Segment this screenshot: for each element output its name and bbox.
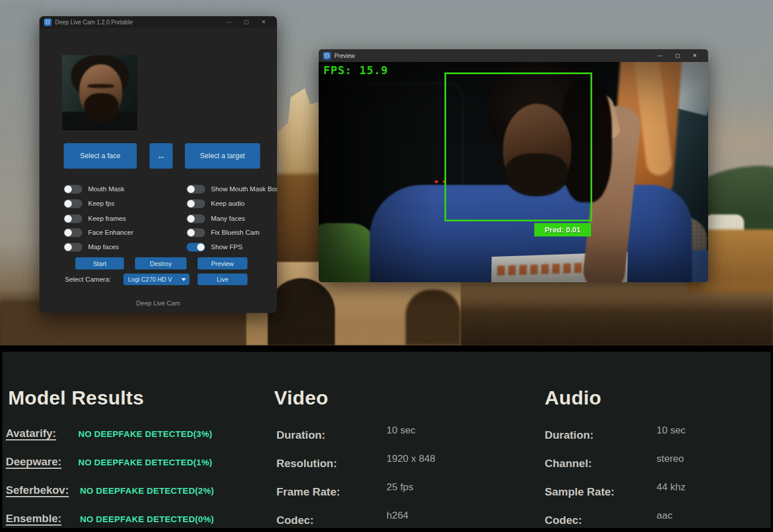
screen: Deep Live Cam 1.2.0 Portable — ▢ ✕ Selec…	[0, 0, 773, 532]
maximize-icon[interactable]: ▢	[238, 16, 255, 28]
model-row-label[interactable]: Seferbekov:	[6, 484, 69, 497]
mouth-mask-label: Mouth Mask	[88, 185, 125, 192]
preview-minimize-icon[interactable]: —	[651, 49, 669, 62]
show-mouth-mask-box-label: Show Mouth Mask Box	[211, 185, 277, 192]
model-results-heading: Model Results	[8, 387, 144, 409]
start-button[interactable]: Start	[75, 257, 124, 269]
model-row-label[interactable]: Ensemble:	[6, 512, 61, 525]
audio-heading: Audio	[545, 387, 601, 409]
face-enhancer-label: Face Enhancer	[88, 229, 133, 236]
model-row-value: NO DEEPFAKE DETECTED(2%)	[80, 486, 214, 495]
preview-close-icon[interactable]: ✕	[686, 49, 703, 62]
video-row-label: Resolution:	[276, 457, 337, 470]
face-enhancer-toggle[interactable]	[64, 228, 82, 237]
audio-row-value: aac	[657, 510, 672, 522]
keep-audio-label: Keep audio	[211, 200, 245, 207]
preview-window: Preview — ▢ ✕	[319, 49, 708, 282]
audio-row-value: 10 sec	[657, 425, 686, 436]
camera-select-value: Logi C270 HD V	[128, 276, 172, 283]
fps-counter: FPS: 15.9	[323, 64, 388, 76]
video-row-value: 25 fps	[386, 482, 413, 493]
model-row-value: NO DEEPFAKE DETECTED(3%)	[78, 429, 212, 439]
preview-app-icon	[323, 52, 331, 60]
mouth-mask-toggle[interactable]	[64, 185, 82, 194]
face-image-brow	[87, 84, 114, 88]
preview-window-title: Preview	[334, 53, 355, 59]
app-icon	[44, 19, 52, 26]
main-window-titlebar[interactable]: Deep Live Cam 1.2.0 Portable — ▢ ✕	[39, 16, 277, 28]
keep-fps-label: Keep fps	[88, 200, 114, 207]
map-faces-label: Map faces	[88, 243, 119, 250]
audio-row-label: Sample Rate:	[545, 486, 614, 498]
video-row-value: 10 sec	[386, 425, 415, 436]
camera-select-dropdown[interactable]: Logi C270 HD V	[123, 274, 189, 285]
many-faces-label: Many faces	[211, 215, 245, 222]
model-row-value: NO DEEPFAKE DETECTED(1%)	[78, 457, 212, 467]
fix-blueish-cam-label: Fix Blueish Cam	[211, 229, 260, 236]
map-faces-toggle[interactable]	[64, 243, 82, 252]
preview-window-titlebar[interactable]: Preview — ▢ ✕	[319, 49, 708, 62]
deep-live-cam-window: Deep Live Cam 1.2.0 Portable — ▢ ✕ Selec…	[39, 16, 277, 313]
destroy-button[interactable]: Destroy	[135, 257, 187, 269]
keep-fps-toggle[interactable]	[64, 199, 82, 208]
select-camera-label: Select Camera:	[65, 276, 111, 283]
main-window-title: Deep Live Cam 1.2.0 Portable	[55, 19, 133, 25]
app-footer-label: Deep Live Cam	[39, 300, 277, 307]
prediction-badge: Pred: 0.01	[534, 223, 591, 236]
preview-maximize-icon[interactable]: ▢	[669, 49, 686, 62]
model-row-label[interactable]: Avatarify:	[6, 427, 56, 440]
keep-frames-toggle[interactable]	[64, 214, 82, 223]
audio-row-label: Channel:	[545, 457, 592, 470]
fix-blueish-cam-toggle[interactable]	[187, 228, 205, 237]
show-fps-label: Show FPS	[211, 243, 242, 250]
selected-face-image	[62, 55, 137, 130]
minimize-icon[interactable]: —	[220, 16, 238, 28]
select-face-button[interactable]: Select a face	[64, 143, 137, 169]
video-heading: Video	[274, 387, 328, 409]
swap-faces-button[interactable]: ↔	[150, 143, 173, 169]
show-mouth-mask-box-toggle[interactable]	[187, 185, 205, 194]
preview-button[interactable]: Preview	[198, 257, 247, 269]
model-row-value: NO DEEPFAKE DETECTED(0%)	[80, 514, 214, 524]
video-row-label: Codec:	[276, 514, 313, 527]
select-target-button[interactable]: Select a target	[185, 143, 260, 169]
audio-row-value: stereo	[657, 453, 684, 465]
live-button[interactable]: Live	[198, 274, 247, 285]
many-faces-toggle[interactable]	[187, 214, 205, 223]
audio-row-label: Duration:	[545, 429, 593, 442]
face-detection-box	[444, 72, 592, 221]
video-row-value: h264	[386, 510, 409, 522]
model-row-label[interactable]: Deepware:	[6, 456, 61, 468]
chevron-down-icon	[181, 278, 186, 281]
audio-row-value: 44 khz	[657, 482, 686, 493]
webcam-feed: FPS: 15.9 Pred: 0.01	[319, 62, 708, 282]
results-panel: Model Results Video Audio Avatarify: NO …	[2, 352, 771, 528]
face-image-beard	[84, 93, 119, 122]
video-row-value: 1920 x 848	[386, 453, 435, 465]
keep-audio-toggle[interactable]	[187, 199, 205, 208]
keep-frames-label: Keep frames	[88, 215, 126, 222]
video-row-label: Frame Rate:	[276, 486, 340, 498]
close-icon[interactable]: ✕	[255, 16, 272, 28]
show-fps-toggle[interactable]	[187, 243, 205, 252]
audio-row-label: Codec:	[545, 514, 582, 527]
video-row-label: Duration:	[276, 429, 325, 442]
